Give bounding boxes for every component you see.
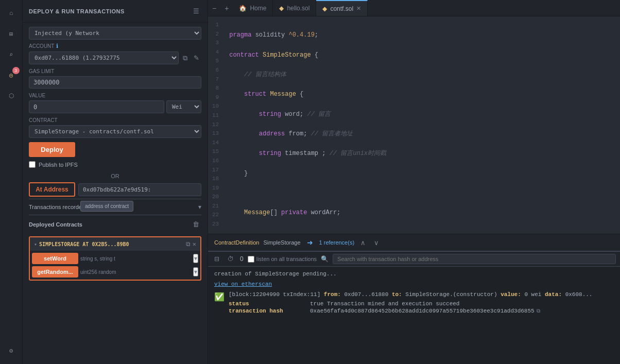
contract-select-row: SimpleStorage - contracts/contf.sol [29,125,201,138]
publish-ipfs-row: Publish to IPFS [29,161,201,168]
search-icon: ⌕ [9,51,13,59]
filter-icon-button[interactable]: ⊟ [212,254,221,264]
account-section: ACCOUNT ℹ 0xd07...61880 (1.27932775 ⧉ ✎ [29,43,201,64]
collapse-panel-button[interactable]: ☰ [191,5,201,17]
getrandom-button[interactable]: getRandom... [32,266,78,278]
settings-icon: ⚙ [9,347,13,355]
etherscan-link[interactable]: view on etherscan [214,281,614,287]
value-input[interactable]: 0 [29,100,164,113]
instance-copy-icon[interactable]: ⧉ [186,240,191,248]
status-key: status [229,301,306,307]
listen-all-tx-label: listen on all transactions [248,256,317,263]
tx-success-icon: ✅ [214,292,225,302]
setword-button[interactable]: setWord [32,253,78,264]
deploy-panel-header: DEPLOY & RUN TRANSACTIONS ☰ [23,0,208,23]
setword-chevron-button[interactable]: ▾ [193,254,198,263]
deployed-contracts-row: Deployed Contracts 🗑 [29,215,201,233]
git-icon: ◎ [9,72,13,79]
listen-all-tx-checkbox[interactable] [248,256,254,263]
hellosol-tab-icon: ◆ [279,5,284,12]
deployed-contracts-label: Deployed Contracts [29,221,82,228]
environment-row: Injected (y Network [29,27,201,40]
contfsol-tab-close-icon[interactable]: ✕ [356,5,361,12]
tab-hellosol[interactable]: ◆ hello.sol [273,0,316,16]
transactions-chevron-button[interactable]: ▾ [198,203,201,211]
references-link[interactable]: 1 reference(s) [319,239,354,246]
sidebar-icon-search[interactable]: ⌕ [2,45,21,64]
contract-def-link-icon[interactable]: ➜ [305,236,315,249]
edit-account-button[interactable]: ✎ [192,52,201,64]
value-section: VALUE 0 Wei Gwei Ether [29,93,201,113]
clear-deployed-button[interactable]: 🗑 [191,218,201,230]
instance-chevron-icon[interactable]: ▾ [34,241,37,247]
tab-home[interactable]: 🏠 Home [233,0,273,16]
wei-unit-select[interactable]: Wei Gwei Ether [166,100,201,113]
tx-row: ✅ [block:12204990 txIndex:11] from: 0xd0… [214,291,614,314]
tx-block: [block:12204990 txIndex:11] [229,291,320,298]
sidebar-icon-home[interactable]: ⌂ [2,4,21,23]
sidebar-icon-plugins[interactable]: ⬡ [2,86,21,105]
tx-from-label: from: [324,291,341,298]
account-select[interactable]: 0xd07...61880 (1.27932775 [29,51,179,64]
setword-params: string s, string t [80,256,191,262]
sidebar-icon-settings[interactable]: ⚙ [2,341,21,360]
tx-value-value: 0 wei [524,291,541,298]
value-label: VALUE [29,93,201,98]
code-editor: 12345 678910 1112131415 1617181920 21222… [208,16,620,234]
output-content: creation of SimpleStorage pending... vie… [208,267,620,364]
at-address-row: At Address 0xd07bdb622a7e9d519: [29,182,201,197]
home-tab-icon: 🏠 [239,5,247,12]
hellosol-tab-label: hello.sol [287,5,309,12]
tab-contfsol[interactable]: ◆ contf.sol ✕ [316,0,368,16]
instance-close-icon[interactable]: ✕ [193,240,196,248]
tx-data-value: 0x608... [565,291,593,298]
output-panel: ⊟ ⏱ 0 listen on all transactions 🔍 creat… [208,251,620,364]
contract-instance: ▾ SIMPLESTORAGE AT 0X2B5...89B0 ⧉ ✕ setW… [29,236,201,281]
or-divider: OR [29,173,201,179]
address-tooltip: address of contract [80,201,133,212]
deploy-panel: DEPLOY & RUN TRANSACTIONS ☰ Injected (y … [23,0,208,364]
sidebar-icon-files[interactable]: ⊞ [2,25,21,43]
tx-search-input[interactable] [333,254,616,264]
account-info-icon[interactable]: ℹ [56,43,58,49]
getrandom-chevron-button[interactable]: ▾ [193,267,198,276]
method-row-getrandom: getRandom... uint256 random ▾ [30,266,200,278]
line-numbers: 12345 678910 1112131415 1617181920 21222… [208,16,227,234]
environment-select[interactable]: Injected (y Network [29,27,201,40]
zoom-in-button[interactable]: + [220,2,233,14]
deploy-panel-body: Injected (y Network ACCOUNT ℹ 0xd07...61… [23,23,208,364]
transactions-label: Transactions recorded [29,204,85,210]
contfsol-tab-label: contf.sol [330,5,353,12]
sidebar: ⌂ ⊞ ⌕ ◎ 3 ⬡ ⚙ [0,0,23,364]
account-input-row: 0xd07...61880 (1.27932775 ⧉ ✎ [29,51,201,64]
hash-value: 0xae56fafa4d0c887d86452b6b628add1dc0997a… [310,308,614,314]
refs-chevron-up-button[interactable]: ∧ [358,237,368,249]
gas-limit-input[interactable]: 3000000 [29,76,201,89]
files-icon: ⊞ [9,30,13,38]
home-tab-label: Home [250,5,266,12]
plugin-icon: ⬡ [9,92,14,100]
copy-account-button[interactable]: ⧉ [181,52,190,64]
at-address-input[interactable]: 0xd07bdb622a7e9d519: [78,183,201,196]
pending-text: creation of SimpleStorage pending... [214,271,614,277]
value-input-row: 0 Wei Gwei Ether [29,100,201,113]
home-icon: ⌂ [9,10,13,17]
tx-value-label: value: [501,291,521,298]
deploy-button[interactable]: Deploy [29,142,75,157]
getrandom-params: uint256 random [80,269,191,275]
sidebar-icon-git[interactable]: ◎ 3 [2,66,21,84]
contract-instance-header: ▾ SIMPLESTORAGE AT 0X2B5...89B0 ⧉ ✕ [30,237,200,251]
contract-select[interactable]: SimpleStorage - contracts/contf.sol [29,125,201,138]
refs-chevron-down-button[interactable]: ∨ [372,237,381,249]
publish-ipfs-checkbox[interactable] [29,161,36,168]
contfsol-tab-icon: ◆ [322,5,327,12]
contract-instance-name: SIMPLESTORAGE AT 0X2B5...89B0 [39,241,184,247]
zoom-out-button[interactable]: − [208,2,220,14]
at-address-section: At Address 0xd07bdb622a7e9d519: address … [29,182,201,197]
at-address-button[interactable]: At Address [29,182,75,197]
editor-panel: − + 🏠 Home ◆ hello.sol ◆ contf.sol ✕ 123… [208,0,620,364]
contract-def-label: ContractDefinition [214,239,259,246]
clock-icon-button[interactable]: ⏱ [226,254,236,264]
deploy-panel-title: DEPLOY & RUN TRANSACTIONS [29,8,125,14]
hash-copy-icon[interactable]: ⧉ [537,308,540,314]
